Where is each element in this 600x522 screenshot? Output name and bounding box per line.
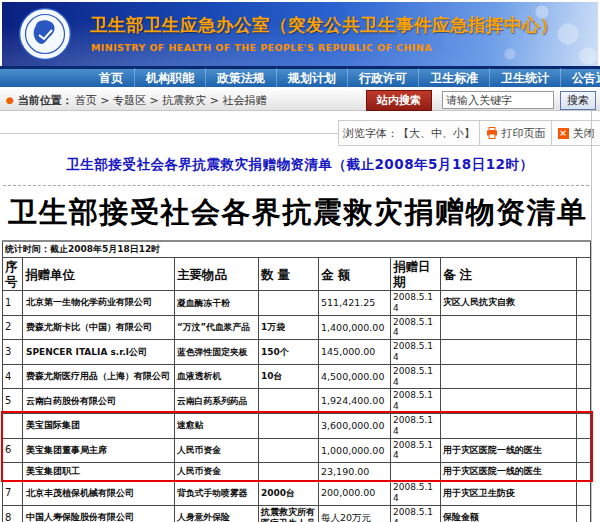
table-row: 5 云南白药股份有限公司 云南白药系列药品 1,924,400.00 2008.…: [3, 389, 591, 414]
site-search-button[interactable]: 站内搜索: [366, 90, 432, 111]
table-row: 4 费森尤斯医疗用品（上海）有限公司 血液透析机 10台 4,500,000.0…: [3, 364, 591, 389]
cell-amount: 200,000.00: [319, 481, 391, 506]
cell-serial: 7: [3, 481, 23, 506]
col-header-donor: 捐赠单位: [23, 258, 175, 291]
cell-quantity: [259, 389, 319, 414]
nav-item-7[interactable]: 公告通告: [560, 68, 600, 89]
dashed-divider: [3, 185, 589, 186]
cell-donor: 云南白药股份有限公司: [23, 389, 175, 414]
article-subtitle: 卫生部接受社会各界抗震救灾捐赠物资清单（截止2008年5月18日12时）: [0, 156, 600, 174]
page-title: 卫生部接受社会各界抗震救灾捐赠物资清单: [8, 193, 592, 233]
nav-item-6[interactable]: 卫生统计: [489, 68, 560, 89]
stat-time-row: 统计时间：截止2008年5月18日12时: [3, 241, 591, 258]
table-row: 1 北京第一生物化学药业有限公司 凝血酶冻干粉 511,421.25 2008.…: [3, 291, 591, 316]
font-size-options[interactable]: 【大、中、小】: [398, 126, 475, 141]
cell-donor: 美宝集团职工: [23, 463, 175, 481]
cell-item: 背负式手动喷雾器: [175, 481, 259, 506]
cell-date: 2008.5.14: [391, 340, 441, 365]
cell-donor: 费森尤斯医疗用品（上海）有限公司: [23, 364, 175, 389]
cell-donor: 中国人寿保险股份有限公司: [23, 505, 175, 522]
close-icon: ×: [558, 128, 569, 139]
table-row: 美宝国际集团 速愈贴 3,600,000.00 2008.5.14: [3, 413, 591, 438]
nav-item-5[interactable]: 卫生标准: [418, 68, 489, 89]
cell-date: 2008.5.14: [391, 389, 441, 414]
cell-item: 人民币资金: [175, 438, 259, 463]
cell-donor: 美宝国际集团: [23, 413, 175, 438]
cell-amount: 1,000,000.00: [319, 438, 391, 463]
cell-donor: 北京第一生物化学药业有限公司: [23, 291, 175, 316]
page: 卫生部卫生应急办公室（突发公共卫生事件应急指挥中心） MINISTRY OF H…: [0, 0, 600, 522]
table-row: 8 中国人寿保险股份有限公司 人身意外保险 抗震救灾所有医疗卫生人员 每人20万…: [3, 505, 591, 522]
cell-serial: 2: [3, 315, 23, 340]
cell-item: 血液透析机: [175, 364, 259, 389]
search-button[interactable]: 搜索: [560, 91, 596, 110]
cell-item: 蓝色弹性固定夹板: [175, 340, 259, 365]
donation-table-wrap: 统计时间：截止2008年5月18日12时 序号 捐赠单位 主要物品 数 量 金 …: [2, 240, 590, 522]
cell-amount: 145,000.00: [319, 340, 391, 365]
search-input[interactable]: [442, 91, 554, 109]
cell-note: 用于灾区医院一线的医生: [441, 463, 577, 481]
cell-quantity: [259, 438, 319, 463]
print-page-button[interactable]: 打印页面: [479, 121, 551, 145]
banner-title-cn: 卫生部卫生应急办公室（突发公共卫生事件应急指挥中心）: [90, 13, 558, 37]
cell-donor: 费森尤斯卡比（中国）有限公司: [23, 315, 175, 340]
cell-quantity: [259, 463, 319, 481]
breadcrumb-path[interactable]: 首页 > 专题区 > 抗震救灾 > 社会捐赠: [75, 93, 267, 108]
cell-quantity: [259, 413, 319, 438]
cell-donor: 美宝集团董事局主席: [23, 438, 175, 463]
nav-item-4[interactable]: 行政许可: [347, 68, 418, 89]
cell-quantity: 10台: [259, 364, 319, 389]
cell-note: [441, 315, 577, 340]
main-nav: 首页机构职能政策法规规划计划行政许可卫生标准卫生统计公告通告工作动态: [0, 66, 600, 87]
cell-donor: 北京丰茂植保机械有限公司: [23, 481, 175, 506]
cell-note: 保险金额: [441, 505, 577, 522]
cell-note: [441, 413, 577, 438]
stat-time: 统计时间：截止2008年5月18日12时: [3, 241, 591, 258]
table-row: 7 北京丰茂植保机械有限公司 背负式手动喷雾器 2000台 200,000.00…: [3, 481, 591, 506]
cell-spacer: [577, 463, 591, 481]
printer-icon: [486, 127, 498, 139]
font-size-label: 浏览字体：: [343, 126, 398, 141]
location-bullet-icon: ●: [6, 95, 14, 105]
cell-spacer: [577, 413, 591, 438]
cell-quantity: 1万袋: [259, 315, 319, 340]
table-row: 3 SPENCER ITALIA s.r.l公司 蓝色弹性固定夹板 150个 1…: [3, 340, 591, 365]
banner-title-en: MINISTRY OF HEALTH OF THE PEOPLE'S REPUB…: [91, 42, 432, 53]
nav-item-3[interactable]: 规划计划: [276, 68, 347, 89]
cell-amount: 23,190.00: [319, 463, 391, 481]
cell-note: [441, 389, 577, 414]
cell-date: 2008.5.14: [391, 438, 441, 463]
cell-note: [441, 364, 577, 389]
cell-note: 用于灾区医院一线的医生: [441, 438, 577, 463]
cell-donor: SPENCER ITALIA s.r.l公司: [23, 340, 175, 365]
cell-date: 2008.5.14: [391, 505, 441, 522]
table-row: 6 美宝集团董事局主席 人民币资金 1,000,000.00 2008.5.14…: [3, 438, 591, 463]
print-page-label: 打印页面: [502, 126, 546, 141]
cell-spacer: [577, 364, 591, 389]
cell-date: 2008.5.14: [391, 315, 441, 340]
cell-spacer: [577, 438, 591, 463]
cell-amount: 511,421.25: [319, 291, 391, 316]
col-header-spacer: [577, 258, 591, 291]
cell-quantity: 抗震救灾所有医疗卫生人员: [259, 505, 319, 522]
toolbar-divider: [0, 133, 338, 134]
close-page-button[interactable]: × 关闭: [551, 121, 600, 145]
site-banner: 卫生部卫生应急办公室（突发公共卫生事件应急指挥中心） MINISTRY OF H…: [2, 2, 598, 66]
cell-quantity: 150个: [259, 340, 319, 365]
cell-serial: [3, 463, 23, 481]
nav-item-0[interactable]: 首页: [88, 68, 134, 89]
cell-serial: 6: [3, 438, 23, 463]
breadcrumb-label: 当前位置：: [18, 93, 73, 108]
cell-serial: 4: [3, 364, 23, 389]
col-header-date: 捐赠日期: [391, 258, 441, 291]
cell-item: 云南白药系列药品: [175, 389, 259, 414]
cell-item: 凝血酶冻干粉: [175, 291, 259, 316]
content-right-border: [591, 111, 592, 522]
col-header-serial: 序号: [3, 258, 23, 291]
nav-item-2[interactable]: 政策法规: [205, 68, 276, 89]
col-header-amount: 金 额: [319, 258, 391, 291]
nav-item-1[interactable]: 机构职能: [134, 68, 205, 89]
cell-date: 2008.5.14: [391, 413, 441, 438]
cell-spacer: [577, 505, 591, 522]
cell-item: 人身意外保险: [175, 505, 259, 522]
